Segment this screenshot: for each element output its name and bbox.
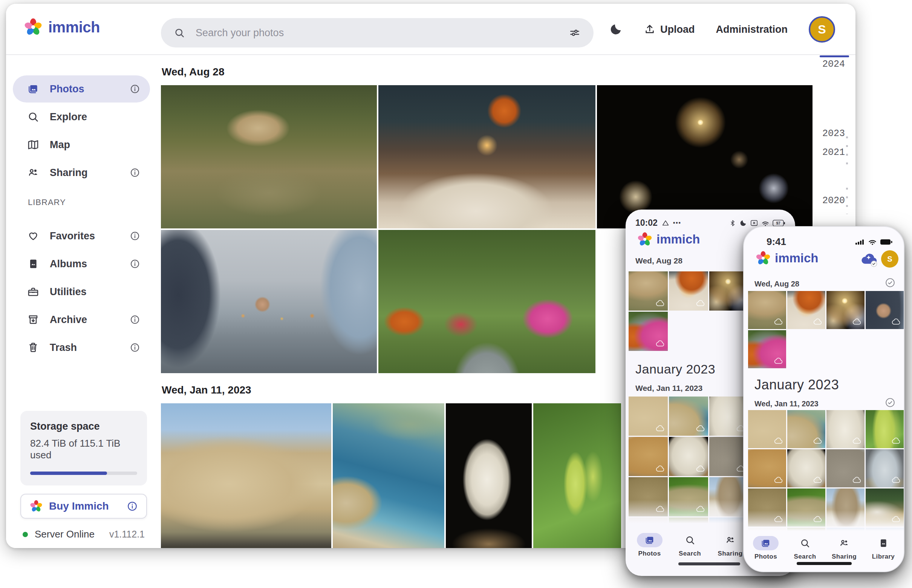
photo-thumbnail-fireworks[interactable] [826, 291, 865, 329]
sidebar-item-favorites[interactable]: Favorites [13, 222, 150, 250]
buy-immich-button[interactable]: Buy Immich [20, 494, 147, 519]
nav-item-sharing[interactable]: Sharing [825, 536, 864, 561]
scrubber-position-marker[interactable] [820, 55, 849, 57]
sidebar-item-map[interactable]: Map [13, 131, 150, 158]
photo-thumbnail-dinner[interactable] [378, 85, 596, 228]
photo-thumbnail-platter[interactable] [787, 528, 825, 533]
timeline-year-2021[interactable]: 2021 [822, 147, 845, 158]
upload-button[interactable]: Upload [644, 23, 695, 36]
cloud-backup-icon [852, 317, 862, 327]
sidebar-item-sharing[interactable]: Sharing [13, 159, 150, 186]
cloud-backup-icon [774, 317, 783, 327]
scrubber-tick-dots [846, 136, 848, 171]
status-time: 9:41 [767, 236, 786, 248]
photo-thumbnail-castle[interactable] [161, 403, 331, 548]
photo-thumbnail-castle[interactable] [748, 410, 786, 448]
storage-progress-fill [30, 472, 107, 475]
photo-thumbnail-fireworks[interactable] [597, 85, 812, 228]
timeline-year-2024[interactable]: 2024 [822, 59, 845, 70]
search-bar[interactable] [161, 18, 594, 47]
photo-thumbnail-seagrapes[interactable] [533, 403, 621, 548]
photo-thumbnail-zoo[interactable] [629, 271, 668, 310]
select-all-check-icon[interactable] [885, 278, 896, 288]
cloud-backup-icon [696, 299, 705, 309]
photo-thumbnail-bust[interactable] [709, 397, 749, 436]
photo-thumbnail-skybird[interactable] [826, 528, 865, 533]
photo-thumbnail-dinner[interactable] [669, 271, 708, 310]
active-nav-pill [637, 533, 662, 547]
photo-thumbnail-lizard1[interactable] [629, 477, 668, 516]
immich-logo[interactable]: immich [23, 17, 100, 37]
photo-thumbnail-beach[interactable] [629, 437, 668, 476]
photo-thumbnail-garden[interactable] [629, 312, 668, 351]
sidebar-item-utilities[interactable]: Utilities [13, 278, 150, 305]
wifi-icon [868, 239, 877, 246]
photo-thumbnail-sky[interactable] [866, 528, 904, 533]
photo-thumbnail-sculpture[interactable] [787, 449, 825, 487]
photo-thumbnail-ruins[interactable] [826, 449, 865, 487]
photo-thumbnail-bust[interactable] [446, 403, 532, 548]
info-icon[interactable] [127, 501, 138, 512]
home-indicator[interactable] [797, 562, 852, 565]
photo-thumbnail-garden[interactable] [748, 330, 786, 368]
photo-thumbnail-lizard1[interactable] [748, 488, 786, 527]
administration-link[interactable]: Administration [716, 24, 788, 36]
info-icon[interactable] [130, 167, 140, 178]
nav-item-photos[interactable]: Photos [630, 533, 670, 557]
info-icon[interactable] [130, 84, 140, 94]
avatar[interactable]: S [881, 250, 898, 268]
photo-thumbnail-dinner[interactable] [787, 291, 825, 329]
photo-thumbnail-church[interactable] [826, 488, 865, 527]
cloud-backup-icon [774, 436, 783, 446]
photo-thumbnail-garden[interactable] [378, 230, 596, 373]
photo-thumbnail-zoo[interactable] [748, 291, 786, 329]
photo-thumbnail-hands[interactable] [866, 291, 904, 329]
photo-thumbnail-ornament[interactable] [866, 449, 904, 487]
photo-thumbnail-sculpture[interactable] [669, 437, 708, 476]
home-indicator[interactable] [678, 562, 740, 565]
sidebar-item-albums[interactable]: Albums [13, 250, 150, 278]
sidebar-item-trash[interactable]: Trash [13, 334, 150, 361]
upload-label: Upload [660, 24, 695, 36]
photo-thumbnail-seagrapes[interactable] [866, 410, 904, 448]
photo-thumbnail-hands[interactable] [161, 230, 377, 373]
photo-thumbnail-bay[interactable] [669, 397, 708, 436]
photo-thumbnail-zoo[interactable] [161, 85, 377, 228]
photo-thumbnail-bay[interactable] [333, 403, 444, 548]
photos-icon [27, 83, 39, 95]
dark-mode-moon-icon[interactable] [609, 23, 623, 36]
photo-thumbnail-table[interactable] [629, 517, 668, 528]
sidebar-item-archive[interactable]: Archive [13, 306, 150, 333]
nav-item-photos[interactable]: Photos [746, 536, 785, 561]
photo-thumbnail-table[interactable] [748, 528, 786, 533]
search-input[interactable] [195, 27, 569, 39]
photo-thumbnail-bust[interactable] [826, 410, 865, 448]
filter-icon[interactable] [569, 27, 581, 39]
photo-thumbnail-beach[interactable] [748, 449, 786, 487]
timeline-year-2020[interactable]: 2020 [822, 195, 845, 206]
photo-thumbnail-farm[interactable] [866, 488, 904, 527]
nav-item-search[interactable]: Search [785, 536, 825, 561]
photo-thumbnail-lizard2[interactable] [669, 477, 708, 516]
info-icon[interactable] [130, 314, 140, 325]
nav-item-library[interactable]: Library [864, 536, 903, 561]
photo-thumbnail-church[interactable] [709, 477, 749, 516]
photo-thumbnail-bay[interactable] [787, 410, 825, 448]
photo-thumbnail-fireworks[interactable] [709, 271, 749, 310]
timeline-year-2023[interactable]: 2023 [822, 128, 845, 139]
photo-thumbnail-platter[interactable] [669, 517, 708, 528]
toolbox-icon [27, 286, 39, 298]
sidebar-item-photos[interactable]: Photos [13, 75, 150, 103]
photo-thumbnail-castle[interactable] [629, 397, 668, 436]
nav-item-search[interactable]: Search [670, 533, 710, 557]
photo-thumbnail-ruins[interactable] [709, 437, 749, 476]
select-all-check-icon[interactable] [885, 397, 896, 408]
photo-thumbnail-skybird[interactable] [709, 517, 749, 528]
info-icon[interactable] [130, 258, 140, 269]
sidebar-bottom: Storage space 82.4 TiB of 115.1 TiB used [20, 411, 147, 540]
info-icon[interactable] [130, 231, 140, 241]
photo-thumbnail-lizard2[interactable] [787, 488, 825, 527]
cloud-backup-icon[interactable] [859, 251, 879, 268]
sidebar-item-explore[interactable]: Explore [13, 103, 150, 131]
info-icon[interactable] [130, 342, 140, 353]
